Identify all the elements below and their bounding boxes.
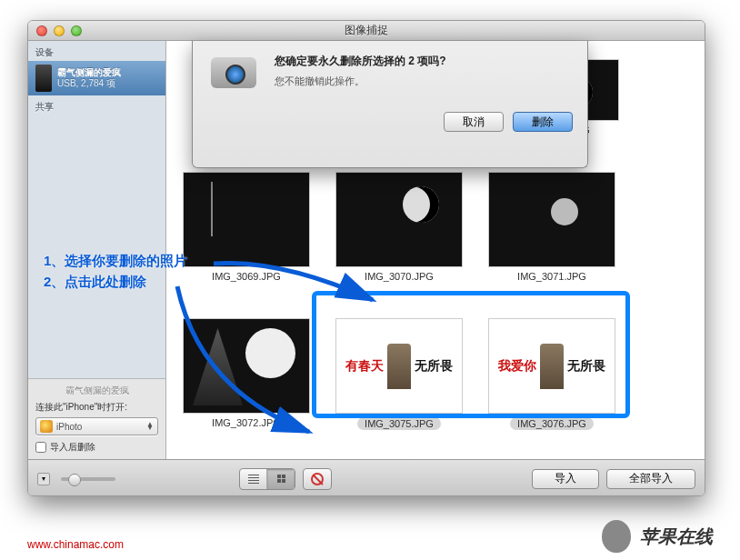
confirm-delete-dialog: 您确定要永久删除所选择的 2 项吗? 您不能撤销此操作。 取消 删除 [192, 41, 588, 168]
iphone-icon [35, 65, 52, 92]
confirm-delete-button[interactable]: 删除 [513, 112, 573, 132]
delete-after-checkbox-input[interactable] [35, 442, 46, 453]
thumbnail-caption: IMG_3076.JPG [510, 417, 594, 430]
prohibit-icon [311, 473, 324, 485]
open-with-value: iPhoto [56, 422, 82, 432]
device-name: 霸气侧漏的爱疯 [57, 67, 121, 78]
annotation-arrow-2 [173, 282, 336, 445]
apple-logo-icon [602, 520, 631, 553]
sidebar-section-devices: 设备 [28, 41, 165, 61]
delete-segment [303, 468, 332, 490]
open-with-label: 连接此"iPhone"时打开: [35, 401, 158, 414]
sidebar-bottom-panel: 霸气侧漏的爱疯 连接此"iPhone"时打开: iPhoto ▲▼ 导入后删除 [28, 378, 165, 459]
device-subtitle: USB, 2,784 项 [57, 78, 121, 89]
dialog-subtext: 您不能撤销此操作。 [275, 75, 573, 88]
annotation-text: 1、选择你要删除的照片 2、点击此处删除 [44, 253, 187, 295]
import-button[interactable]: 导入 [532, 469, 599, 489]
thumbnail-caption: IMG_3075.JPG [357, 417, 441, 430]
grid-icon [277, 475, 285, 483]
disclosure-button[interactable]: ▾ [37, 473, 50, 485]
window-title: 图像捕捉 [28, 23, 705, 38]
list-icon [248, 475, 259, 484]
delete-after-import-checkbox[interactable]: 导入后删除 [35, 441, 158, 454]
annotation-line-2: 2、点击此处删除 [44, 274, 187, 291]
open-with-select[interactable]: iPhoto ▲▼ [35, 417, 158, 435]
watermark-url: www.chinamac.com [27, 538, 124, 551]
delete-button[interactable] [304, 469, 331, 489]
cancel-button[interactable]: 取消 [444, 112, 504, 132]
watermark-text: 苹果在线 [640, 525, 713, 549]
iphoto-icon [40, 420, 53, 433]
titlebar: 图像捕捉 [28, 21, 705, 41]
thumbnail-item-selected[interactable]: 有春天 无所畏 IMG_3075.JPG [335, 318, 463, 430]
annotation-line-1: 1、选择你要删除的照片 [44, 253, 187, 270]
bottom-toolbar: ▾ 导入 全部导入 [28, 459, 705, 496]
dialog-message: 您确定要永久删除所选择的 2 项吗? [275, 54, 573, 69]
grid-view-button[interactable] [267, 469, 295, 489]
chevron-updown-icon: ▲▼ [146, 423, 154, 430]
sidebar-bottom-heading: 霸气侧漏的爱疯 [35, 385, 158, 397]
view-mode-segment [239, 468, 295, 490]
camera-icon [207, 54, 262, 99]
delete-after-label: 导入后删除 [50, 441, 95, 454]
thumbnail-item[interactable]: IMG_3071.JPG [488, 172, 615, 282]
thumbnail-caption: IMG_3071.JPG [517, 271, 586, 282]
import-all-button[interactable]: 全部导入 [606, 469, 695, 489]
watermark: 苹果在线 [602, 520, 713, 553]
list-view-button[interactable] [240, 469, 267, 489]
zoom-slider[interactable] [61, 477, 115, 481]
thumbnail-item-selected[interactable]: 我爱你 无所畏 IMG_3076.JPG [488, 318, 615, 430]
sidebar-device-item[interactable]: 霸气侧漏的爱疯 USB, 2,784 项 [28, 61, 165, 95]
sidebar-section-shared: 共享 [28, 95, 165, 115]
sidebar: 设备 霸气侧漏的爱疯 USB, 2,784 项 共享 霸气侧漏的爱疯 连接此"i… [28, 41, 166, 459]
